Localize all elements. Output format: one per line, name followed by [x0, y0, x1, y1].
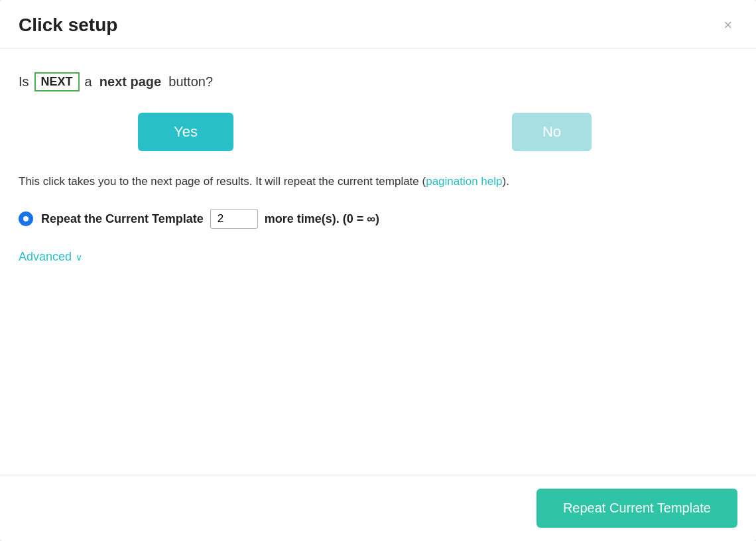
next-page-text: next page [99, 74, 161, 89]
description-text-before: This click takes you to the next page of… [19, 175, 426, 188]
repeat-count-input[interactable] [210, 209, 258, 229]
modal-title: Click setup [19, 15, 117, 36]
close-button[interactable]: × [718, 15, 737, 35]
modal-header: Click setup × [0, 0, 756, 48]
yes-button[interactable]: Yes [138, 113, 233, 151]
modal-footer: Repeat Current Template [0, 475, 756, 541]
description-text-after: ). [503, 175, 509, 188]
modal-container: Click setup × Is NEXT a next page button… [0, 0, 756, 541]
question-prefix: Is [19, 74, 29, 90]
radio-button-dot[interactable] [19, 211, 33, 226]
repeat-label: Repeat the Current Template [41, 212, 204, 226]
advanced-toggle[interactable]: Advanced ∨ [19, 250, 82, 264]
question-a: a [85, 74, 92, 89]
modal-body: Is NEXT a next page button? Yes No This … [0, 48, 756, 475]
advanced-label: Advanced [19, 250, 72, 264]
repeat-option-row: Repeat the Current Template more time(s)… [19, 209, 737, 229]
advanced-row: Advanced ∨ [19, 250, 737, 264]
description-block: This click takes you to the next page of… [19, 172, 549, 190]
repeat-suffix: more time(s). (0 = ∞) [265, 212, 379, 226]
repeat-current-template-button[interactable]: Repeat Current Template [536, 489, 737, 528]
pagination-help-link[interactable]: pagination help [426, 175, 502, 188]
chevron-down-icon: ∨ [76, 252, 82, 263]
question-button: button? [168, 74, 213, 89]
no-button[interactable]: No [512, 113, 592, 151]
yes-no-buttons-row: Yes No [19, 113, 737, 151]
question-row: Is NEXT a next page button? [19, 72, 737, 91]
question-middle: a next page button? [85, 74, 213, 90]
next-badge: NEXT [34, 72, 80, 91]
